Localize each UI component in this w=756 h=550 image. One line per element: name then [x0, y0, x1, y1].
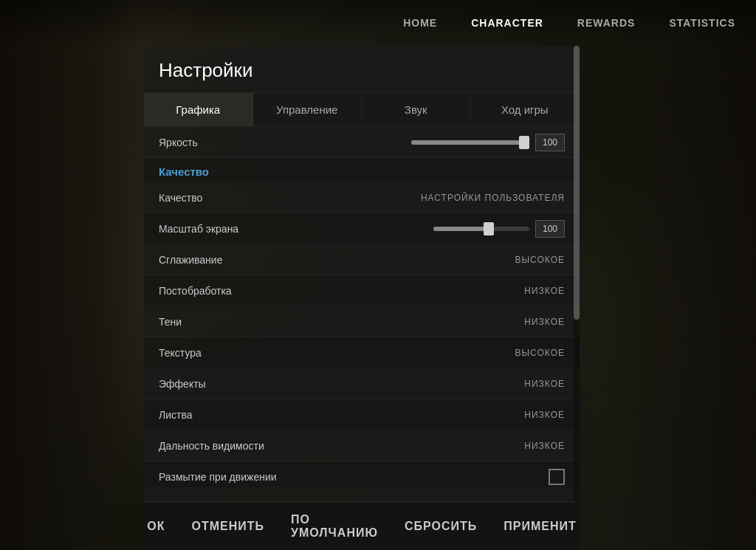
ok-button[interactable]: ОК [141, 516, 171, 537]
foliage-label: Листва [159, 409, 193, 421]
tab-gameplay[interactable]: Ход игры [471, 93, 580, 126]
motionblur-row: Размытие при движении [144, 461, 580, 487]
brightness-row: Яркость 100 [144, 127, 580, 158]
postprocessing-value[interactable]: НИЗКОЕ [524, 286, 565, 296]
antialiasing-value[interactable]: ВЫСОКОЕ [515, 255, 565, 265]
nav-statistics[interactable]: STATISTICS [663, 13, 741, 32]
reset-button[interactable]: СБРОСИТЬ [399, 516, 483, 537]
texture-value[interactable]: ВЫСОКОЕ [515, 348, 565, 358]
antialiasing-row: Сглаживание ВЫСОКОЕ [144, 244, 580, 275]
tab-graphics[interactable]: Графика [144, 93, 253, 126]
quality-section-header: Качество [144, 158, 580, 182]
settings-panel: Настройки Графика Управление Звук Ход иг… [144, 46, 580, 502]
viewdistance-row: Дальность видимости НИЗКОЕ [144, 430, 580, 461]
scrollbar-track[interactable] [574, 46, 580, 502]
nav-home[interactable]: HOME [397, 13, 443, 32]
scale-fill [433, 227, 487, 231]
scale-thumb[interactable] [484, 222, 494, 236]
brightness-thumb[interactable] [519, 136, 529, 149]
shadows-row: Тени НИЗКОЕ [144, 306, 580, 337]
brightness-track[interactable] [411, 140, 529, 145]
texture-row: Текстура ВЫСОКОЕ [144, 337, 580, 368]
shadows-value[interactable]: НИЗКОЕ [524, 317, 565, 327]
quality-value[interactable]: НАСТРОЙКИ ПОЛЬЗОВАТЕЛЯ [421, 193, 565, 203]
scale-value: 100 [535, 220, 565, 238]
texture-label: Текстура [159, 347, 202, 359]
brightness-fill [411, 140, 529, 145]
default-button[interactable]: ПО УМОЛЧАНИЮ [285, 509, 384, 543]
effects-label: Эффекты [159, 378, 206, 390]
brightness-slider[interactable]: 100 [411, 134, 565, 151]
viewdistance-value[interactable]: НИЗКОЕ [524, 441, 565, 451]
scale-track[interactable] [433, 227, 529, 231]
bottom-bar: ОК ОТМЕНИТЬ ПО УМОЛЧАНИЮ СБРОСИТЬ ПРИМЕН… [144, 502, 580, 550]
shadows-label: Тени [159, 316, 182, 328]
panel-title: Настройки [144, 46, 580, 93]
quality-row: Качество НАСТРОЙКИ ПОЛЬЗОВАТЕЛЯ [144, 182, 580, 213]
apply-button[interactable]: ПРИМЕНИТ [498, 516, 583, 537]
tabs-container: Графика Управление Звук Ход игры [144, 93, 580, 127]
foliage-value[interactable]: НИЗКОЕ [524, 410, 565, 420]
quality-label: Качество [159, 192, 202, 204]
motionblur-label: Размытие при движении [159, 471, 277, 483]
brightness-value: 100 [535, 134, 565, 151]
nav-rewards[interactable]: REWARDS [571, 13, 642, 32]
postprocessing-label: Постобработка [159, 285, 232, 297]
nav-character[interactable]: CHARACTER [465, 13, 549, 32]
scale-label: Масштаб экрана [159, 223, 238, 235]
brightness-label: Яркость [159, 137, 198, 148]
top-nav: HOME CHARACTER REWARDS STATISTICS [0, 0, 756, 46]
motionblur-checkbox[interactable] [549, 469, 565, 485]
tab-controls[interactable]: Управление [253, 93, 362, 126]
scale-slider[interactable]: 100 [433, 220, 565, 238]
tab-sound[interactable]: Звук [362, 93, 471, 126]
foliage-row: Листва НИЗКОЕ [144, 399, 580, 430]
cancel-button[interactable]: ОТМЕНИТЬ [185, 516, 270, 537]
viewdistance-label: Дальность видимости [159, 440, 264, 452]
postprocessing-row: Постобработка НИЗКОЕ [144, 275, 580, 306]
effects-value[interactable]: НИЗКОЕ [524, 379, 565, 389]
scale-row: Масштаб экрана 100 [144, 213, 580, 244]
effects-row: Эффекты НИЗКОЕ [144, 368, 580, 399]
scrollbar-thumb[interactable] [574, 46, 580, 320]
antialiasing-label: Сглаживание [159, 254, 222, 266]
settings-content: Яркость 100 Качество Качество НАСТРОЙКИ … [144, 127, 580, 487]
